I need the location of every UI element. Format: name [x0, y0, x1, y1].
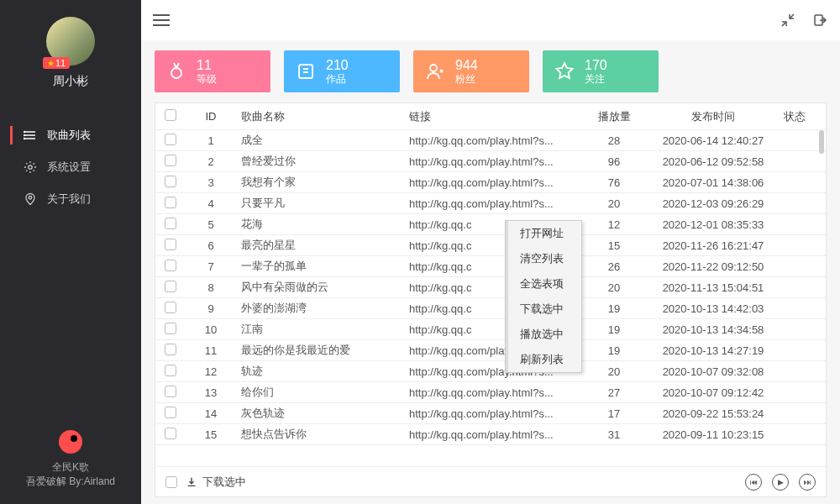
table-row[interactable]: 13给你们http://kg.qq.com/play.html?s...2720… [155, 382, 826, 403]
table-row[interactable]: 12轨迹http://kg.qq.com/play.html?s...20202… [155, 361, 826, 382]
cell-play: 19 [580, 323, 648, 336]
table-row[interactable]: 14灰色轨迹http://kg.qq.com/play.html?s...172… [155, 403, 826, 424]
next-button[interactable]: ⏭ [799, 474, 816, 491]
sidebar-item-about[interactable]: 关于我们 [0, 183, 141, 215]
table-row[interactable]: 7一辈子的孤单http://kg.qq.c262020-11-22 09:12:… [155, 256, 826, 277]
table-row[interactable]: 6最亮的星星http://kg.qq.c152020-11-26 16:21:4… [155, 235, 826, 256]
context-menu-item[interactable]: 清空列表 [506, 246, 581, 271]
hamburger-icon[interactable] [153, 14, 170, 26]
cell-name: 一辈子的孤单 [236, 259, 404, 274]
context-menu-item[interactable]: 刷新列表 [506, 347, 581, 372]
topbar [141, 0, 840, 40]
context-menu-item[interactable]: 打开网址 [506, 221, 581, 246]
row-checkbox[interactable] [165, 260, 176, 271]
footer-line1: 全民K歌 [0, 460, 141, 475]
minimize-icon[interactable] [780, 12, 796, 29]
scrollbar[interactable] [819, 130, 824, 154]
cell-date: 2020-06-14 12:40:27 [648, 134, 779, 147]
main-area: 11等级 210作品 944粉丝 170关注 ID 歌曲名称 链接 播放量 发布… [141, 0, 840, 504]
cell-name: 最远的你是我最近的爱 [236, 343, 404, 358]
song-table: ID 歌曲名称 链接 播放量 发布时间 状态 1成全http://kg.qq.c… [155, 102, 827, 497]
row-checkbox[interactable] [165, 239, 176, 250]
cell-play: 26 [580, 260, 648, 273]
cell-link: http://kg.qq.com/play.html?s... [404, 407, 580, 420]
col-id[interactable]: ID [186, 110, 236, 123]
table-row[interactable]: 9外婆的澎湖湾http://kg.qq.c192020-10-13 14:42:… [155, 298, 826, 319]
context-menu-item[interactable]: 全选表项 [506, 271, 581, 297]
gear-icon [24, 160, 37, 174]
row-checkbox[interactable] [165, 302, 176, 313]
row-checkbox[interactable] [165, 428, 176, 439]
table-row[interactable]: 10江南http://kg.qq.c192020-10-13 14:34:58 [155, 319, 826, 340]
table-row[interactable]: 1成全http://kg.qq.com/play.html?s...282020… [155, 130, 826, 151]
row-checkbox[interactable] [165, 323, 176, 334]
avatar[interactable]: 11 [46, 17, 95, 66]
col-name[interactable]: 歌曲名称 [236, 109, 404, 124]
table-row[interactable]: 8风中有朵雨做的云http://kg.qq.c202020-11-13 15:0… [155, 277, 826, 298]
table-row[interactable]: 4只要平凡http://kg.qq.com/play.html?s...2020… [155, 193, 826, 214]
table-row[interactable]: 5花海http://kg.qq.c122020-12-01 08:35:33 [155, 214, 826, 235]
cell-date: 2020-11-26 16:21:47 [648, 239, 779, 252]
col-play[interactable]: 播放量 [580, 109, 648, 124]
svg-point-7 [29, 197, 32, 200]
stats-row: 11等级 210作品 944粉丝 170关注 [141, 40, 840, 102]
cell-id: 15 [186, 428, 236, 441]
cell-play: 17 [580, 407, 648, 420]
col-status[interactable]: 状态 [779, 109, 826, 124]
cell-name: 曾经爱过你 [236, 154, 404, 169]
svg-point-4 [24, 135, 25, 136]
cell-play: 31 [580, 428, 648, 441]
cell-play: 15 [580, 239, 648, 252]
svg-point-3 [24, 132, 25, 133]
context-menu: 打开网址清空列表全选表项下载选中播放选中刷新列表 [505, 220, 582, 373]
table-row[interactable]: 2曾经爱过你http://kg.qq.com/play.html?s...962… [155, 151, 826, 172]
sidebar-item-songlist[interactable]: 歌曲列表 [0, 119, 141, 151]
row-checkbox[interactable] [165, 344, 176, 355]
cell-date: 2020-10-07 09:12:42 [648, 386, 779, 399]
stat-card-fans[interactable]: 944粉丝 [413, 50, 529, 92]
col-date[interactable]: 发布时间 [648, 109, 779, 124]
context-menu-item[interactable]: 播放选中 [506, 322, 581, 347]
cell-play: 20 [580, 197, 648, 210]
cell-id: 14 [186, 407, 236, 420]
table-row[interactable]: 11最远的你是我最近的爱http://kg.qq.com/play.html?s… [155, 340, 826, 361]
table-row[interactable]: 3我想有个家http://kg.qq.com/play.html?s...762… [155, 172, 826, 193]
footer-checkbox[interactable] [165, 476, 177, 488]
table-row[interactable]: 15想快点告诉你http://kg.qq.com/play.html?s...3… [155, 424, 826, 445]
cell-play: 19 [580, 302, 648, 315]
cell-name: 我想有个家 [236, 175, 404, 190]
col-link[interactable]: 链接 [404, 109, 580, 124]
play-button[interactable]: ▶ [772, 474, 789, 491]
sidebar-item-label: 系统设置 [47, 160, 91, 175]
table-header: ID 歌曲名称 链接 播放量 发布时间 状态 [155, 103, 826, 130]
context-menu-item[interactable]: 下载选中 [506, 297, 581, 322]
row-checkbox[interactable] [165, 407, 176, 418]
cell-date: 2020-06-12 09:52:58 [648, 155, 779, 168]
row-checkbox[interactable] [165, 176, 176, 187]
row-checkbox[interactable] [165, 155, 176, 166]
cell-name: 外婆的澎湖湾 [236, 301, 404, 316]
cell-play: 19 [580, 344, 648, 357]
cell-play: 20 [580, 281, 648, 294]
checkbox-all[interactable] [165, 109, 176, 121]
cell-name: 风中有朵雨做的云 [236, 280, 404, 295]
prev-button[interactable]: ⏮ [745, 474, 762, 491]
stat-card-following[interactable]: 170关注 [543, 50, 659, 92]
svg-point-11 [430, 65, 437, 71]
row-checkbox[interactable] [165, 365, 176, 376]
row-checkbox[interactable] [165, 218, 176, 229]
stat-card-works[interactable]: 210作品 [284, 50, 400, 92]
row-checkbox[interactable] [165, 197, 176, 208]
row-checkbox[interactable] [165, 281, 176, 292]
cell-link: http://kg.qq.com/play.html?s... [404, 134, 580, 147]
row-checkbox[interactable] [165, 386, 176, 397]
sidebar-item-settings[interactable]: 系统设置 [0, 151, 141, 183]
stat-card-level[interactable]: 11等级 [155, 50, 270, 92]
table-body: 1成全http://kg.qq.com/play.html?s...282020… [155, 130, 826, 466]
row-checkbox[interactable] [165, 134, 176, 145]
logout-icon[interactable] [811, 12, 828, 29]
download-selected-button[interactable]: 下载选中 [186, 475, 246, 490]
location-icon [24, 192, 37, 206]
cell-date: 2020-10-13 14:27:19 [648, 344, 779, 357]
user-icon [423, 60, 447, 83]
